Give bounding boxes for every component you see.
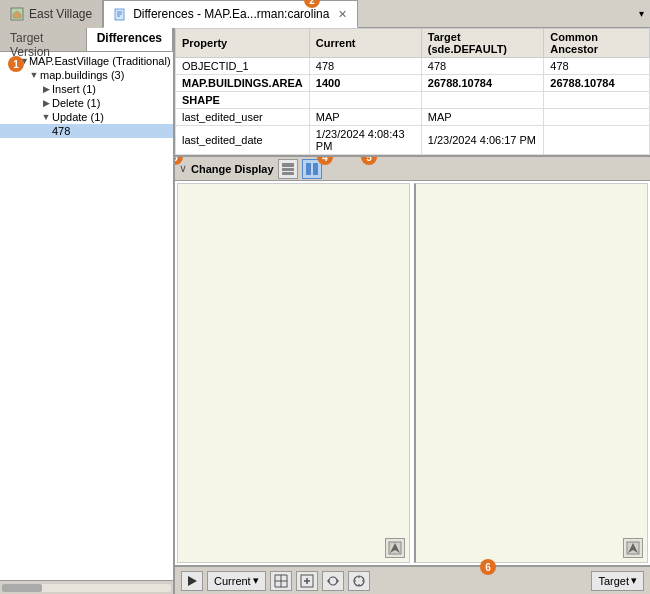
table-row[interactable]: SHAPE	[176, 92, 650, 109]
left-panel-footer	[0, 580, 173, 594]
target-dropdown-label: Target	[598, 575, 629, 587]
tree-area: 1 ▼ MAP.EastVillage (Traditional) - ▼ ma…	[0, 52, 173, 580]
map-nav-icon-current[interactable]	[385, 538, 405, 558]
svg-marker-30	[337, 579, 339, 583]
left-panel: Target Version Differences 1 ▼ MAP.EastV…	[0, 28, 175, 594]
map-panel-current[interactable]	[177, 183, 410, 563]
cell-property: last_edited_user	[176, 109, 310, 126]
tree-arrow-delete: ▶	[40, 97, 52, 109]
cell-property: MAP.BUILDINGS.AREA	[176, 75, 310, 92]
horizontal-scrollbar[interactable]	[2, 584, 171, 592]
table-area: Property Current Target (sde.DEFAULT) Co…	[175, 28, 650, 157]
svg-rect-5	[282, 163, 294, 167]
cell-current: 1/23/2024 4:08:43 PM	[309, 126, 421, 155]
tree-delete-label: Delete (1)	[52, 97, 100, 109]
cell-property: OBJECTID_1	[176, 58, 310, 75]
main-content: Target Version Differences 1 ▼ MAP.EastV…	[0, 28, 650, 594]
badge-1: 1	[8, 56, 24, 72]
tree-478-label: 478	[52, 125, 70, 137]
badge-5: 5	[361, 157, 377, 165]
play-button[interactable]	[181, 571, 203, 591]
zoom-in-button[interactable]	[296, 571, 318, 591]
diff-icon	[114, 7, 128, 21]
change-display-header: 3 ∨ Change Display 4	[175, 157, 650, 181]
cell-current: MAP	[309, 109, 421, 126]
cell-property: SHAPE	[176, 92, 310, 109]
current-dropdown-arrow: ▾	[253, 574, 259, 587]
tab-bar: East Village Differences - MAP.Ea...rman…	[0, 0, 650, 28]
cell-current	[309, 92, 421, 109]
cell-target: MAP	[421, 109, 543, 126]
cell-target	[421, 92, 543, 109]
col-current: Current	[309, 29, 421, 58]
cell-ancestor: 26788.10784	[544, 75, 650, 92]
sub-tab-target-version[interactable]: Target Version	[0, 28, 87, 51]
tree-root[interactable]: ▼ MAP.EastVillage (Traditional) -	[0, 54, 173, 68]
properties-table: Property Current Target (sde.DEFAULT) Co…	[175, 28, 650, 155]
svg-rect-22	[281, 581, 287, 587]
tree-item-buildings[interactable]: ▼ map.buildings (3)	[0, 68, 173, 82]
current-dropdown-label: Current	[214, 575, 251, 587]
sub-tab-differences[interactable]: Differences	[87, 28, 173, 51]
sync-button[interactable]	[322, 571, 344, 591]
tree-item-update[interactable]: ▼ Update (1)	[0, 110, 173, 124]
map-icon	[10, 7, 24, 21]
cell-current: 478	[309, 58, 421, 75]
badge-6: 6	[480, 559, 496, 575]
sub-tab-bar: Target Version Differences	[0, 28, 173, 52]
map-area	[175, 181, 650, 566]
change-display-label: Change Display	[191, 163, 274, 175]
current-dropdown[interactable]: Current ▾	[207, 571, 266, 591]
tree-arrow-buildings: ▼	[28, 69, 40, 81]
tab-east-village-label: East Village	[29, 7, 92, 21]
col-property: Property	[176, 29, 310, 58]
table-row[interactable]: MAP.BUILDINGS.AREA 1400 26788.10784 2678…	[176, 75, 650, 92]
map-panel-target[interactable]	[414, 183, 648, 563]
cell-ancestor	[544, 126, 650, 155]
svg-rect-21	[275, 575, 281, 581]
tree-insert-label: Insert (1)	[52, 83, 96, 95]
bottom-section: 3 ∨ Change Display 4	[175, 157, 650, 594]
target-dropdown[interactable]: Target ▾	[591, 571, 644, 591]
tree-root-label: MAP.EastVillage (Traditional) -	[29, 55, 173, 67]
map-nav-icon-target[interactable]	[623, 538, 643, 558]
tree-item-478[interactable]: 478	[0, 124, 173, 138]
target-dropdown-arrow: ▾	[631, 574, 637, 587]
table-view-icon[interactable]	[278, 159, 298, 179]
svg-marker-20	[188, 576, 197, 586]
tree-item-delete[interactable]: ▶ Delete (1)	[0, 96, 173, 110]
svg-rect-9	[313, 163, 318, 175]
tab-dropdown-button[interactable]: ▾	[633, 8, 650, 19]
tab-differences-label: Differences - MAP.Ea...rman:carolina	[133, 7, 329, 21]
bottom-toolbar: 6 Current ▾	[175, 566, 650, 594]
col-ancestor: Common Ancestor	[544, 29, 650, 58]
tab-east-village[interactable]: East Village	[0, 0, 103, 28]
svg-rect-6	[282, 168, 294, 171]
tab-differences[interactable]: Differences - MAP.Ea...rman:carolina ✕	[103, 0, 358, 28]
table-row[interactable]: last_edited_user MAP MAP	[176, 109, 650, 126]
right-panel: Property Current Target (sde.DEFAULT) Co…	[175, 28, 650, 594]
tree-update-label: Update (1)	[52, 111, 104, 123]
svg-rect-7	[282, 172, 294, 175]
tree-buildings-label: map.buildings (3)	[40, 69, 124, 81]
cell-ancestor: 478	[544, 58, 650, 75]
table-row[interactable]: last_edited_date 1/23/2024 4:08:43 PM 1/…	[176, 126, 650, 155]
cell-target: 1/23/2024 4:06:17 PM	[421, 126, 543, 155]
change-display-toggle[interactable]: ∨	[179, 162, 187, 175]
tree-arrow-insert: ▶	[40, 83, 52, 95]
cell-ancestor	[544, 92, 650, 109]
scrollbar-thumb	[2, 584, 42, 592]
col-target: Target (sde.DEFAULT)	[421, 29, 543, 58]
tree-arrow-update: ▼	[40, 111, 52, 123]
tab-close-button[interactable]: ✕	[338, 8, 347, 21]
tree-item-insert[interactable]: ▶ Insert (1)	[0, 82, 173, 96]
cell-ancestor	[544, 109, 650, 126]
table-row[interactable]: OBJECTID_1 478 478 478	[176, 58, 650, 75]
svg-marker-31	[327, 579, 329, 583]
bookmark-button[interactable]	[348, 571, 370, 591]
cell-target: 478	[421, 58, 543, 75]
cell-target: 26788.10784	[421, 75, 543, 92]
cell-current: 1400	[309, 75, 421, 92]
zoom-out-button[interactable]	[270, 571, 292, 591]
cell-property: last_edited_date	[176, 126, 310, 155]
